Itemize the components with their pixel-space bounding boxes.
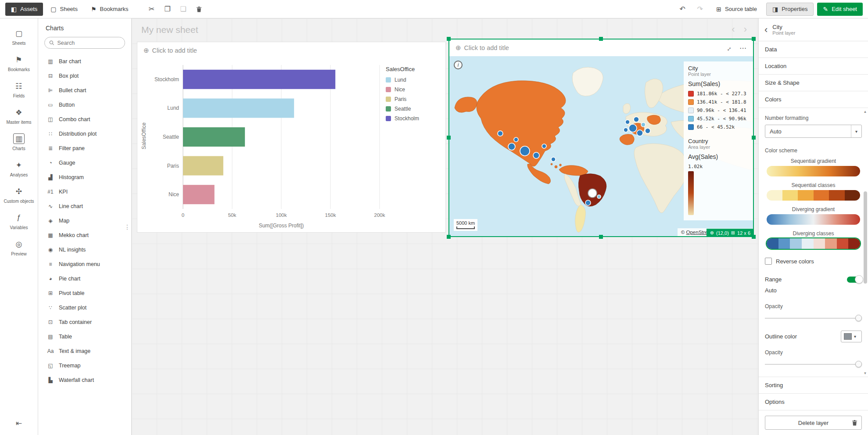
resize-handle[interactable] xyxy=(599,37,603,41)
delete-layer-button[interactable]: Delete layer xyxy=(765,416,862,430)
resize-handle[interactable] xyxy=(447,37,451,41)
fullscreen-icon[interactable]: ↔ xyxy=(723,43,733,53)
resize-handle[interactable] xyxy=(752,136,756,140)
chart-type-navigation-menu[interactable]: ≡Navigation menu xyxy=(38,257,131,271)
rail-item-charts[interactable]: ▥Charts xyxy=(2,129,36,155)
chart-type-mekko-chart[interactable]: ▦Mekko chart xyxy=(38,228,131,242)
redo-button[interactable]: ↷ xyxy=(693,3,707,16)
chart-type-bullet-chart[interactable]: ⊫Bullet chart xyxy=(38,83,131,97)
section-size-shape[interactable]: Size & Shape xyxy=(759,75,868,91)
chart-type-table[interactable]: ▤Table xyxy=(38,329,131,344)
copy-button[interactable]: ❐ xyxy=(161,3,175,16)
scheme-diverging-classes[interactable] xyxy=(767,238,860,249)
resize-handle[interactable] xyxy=(447,235,451,239)
undo-button[interactable]: ↶ xyxy=(675,3,689,16)
chart-type-gauge[interactable]: ◔Gauge xyxy=(38,155,131,170)
chart-type-box-plot[interactable]: ⊟Box plot xyxy=(38,68,131,83)
chart-type-pivot-table[interactable]: ⊞Pivot table xyxy=(38,286,131,300)
section-location[interactable]: Location xyxy=(759,58,868,75)
chart-type-button[interactable]: ▭Button xyxy=(38,97,131,112)
opacity-slider[interactable] xyxy=(765,315,862,322)
scroll-up-icon[interactable]: ▲ xyxy=(864,110,867,114)
bar-chart[interactable]: 050k100k150k200kStockholmLundSeattlePari… xyxy=(149,59,386,231)
number-formatting-dropdown[interactable]: Auto ▾ xyxy=(765,125,862,138)
delete-button[interactable] xyxy=(192,3,206,16)
panel-resize-handle[interactable]: ⋮ xyxy=(124,223,130,230)
more-options-icon[interactable]: ⋯ xyxy=(739,44,747,52)
search-box[interactable] xyxy=(44,37,125,49)
section-options[interactable]: Options xyxy=(759,394,868,410)
scrollbar-thumb[interactable] xyxy=(864,191,867,284)
resize-handle[interactable] xyxy=(447,136,451,140)
table-icon: ⊞ xyxy=(716,6,721,13)
sheet-canvas[interactable]: My new sheet ‹ › ⊕ Click to add title Sa… xyxy=(132,18,758,435)
chart-type-map[interactable]: ◈Map xyxy=(38,213,131,228)
scheme-sequential-gradient[interactable] xyxy=(767,166,860,176)
chart-title-placeholder[interactable]: Click to add title xyxy=(152,47,197,54)
collapse-panel-icon[interactable]: ⇤ xyxy=(0,419,38,428)
class-range-label: 181.86k - < 227.3 xyxy=(697,91,746,97)
outline-color-dropdown[interactable]: ▾ xyxy=(841,331,862,342)
resize-handle[interactable] xyxy=(599,235,603,239)
section-sorting[interactable]: Sorting xyxy=(759,377,868,394)
next-sheet-icon[interactable]: › xyxy=(744,24,747,35)
bar-chart-object[interactable]: ⊕ Click to add title SalesOffice 050k100… xyxy=(137,42,446,233)
number-formatting-label: Number formatting xyxy=(765,115,862,121)
scheme-diverging-gradient[interactable] xyxy=(767,214,860,225)
outline-opacity-slider[interactable] xyxy=(765,361,862,368)
rail-item-preview[interactable]: ◎Preview xyxy=(2,234,36,261)
chart-type-nl-insights[interactable]: ◉NL insights xyxy=(38,242,131,257)
rail-item-sheets[interactable]: ▢Sheets xyxy=(2,24,36,50)
map-title-placeholder[interactable]: Click to add title xyxy=(464,44,509,51)
chart-type-text-image[interactable]: AaText & image xyxy=(38,344,131,358)
chart-type-distribution-plot[interactable]: ∷Distribution plot xyxy=(38,126,131,141)
rail-item-fields[interactable]: ☷Fields xyxy=(2,76,36,103)
scroll-down-icon[interactable]: ▼ xyxy=(864,371,867,375)
tab-bookmarks[interactable]: ⚑ Bookmarks xyxy=(85,3,134,16)
range-toggle[interactable] xyxy=(847,277,862,283)
prev-sheet-icon[interactable]: ‹ xyxy=(732,24,735,35)
properties-button[interactable]: ◨ Properties xyxy=(766,3,814,16)
search-input[interactable] xyxy=(57,40,120,46)
panel-scrollbar[interactable]: ▲ ▼ xyxy=(863,110,868,375)
chart-type-filter-pane[interactable]: ≣Filter pane xyxy=(38,141,131,155)
rail-item-master-items[interactable]: ❖Master items xyxy=(2,103,36,129)
chart-type-tab-container[interactable]: ⊡Tab container xyxy=(38,315,131,329)
rail-item-label: Custom objects xyxy=(4,199,34,204)
section-data[interactable]: Data xyxy=(759,41,868,58)
reverse-colors-row[interactable]: Reverse colors xyxy=(765,258,862,265)
map-info-icon[interactable]: i xyxy=(454,61,463,69)
source-table-button[interactable]: ⊞ Source table xyxy=(710,3,763,16)
chart-type-combo-chart[interactable]: ◫Combo chart xyxy=(38,112,131,126)
map-object[interactable]: ⊕ Click to add title ↔ ⋯ xyxy=(448,39,754,237)
chart-type-scatter-plot[interactable]: ∵Scatter plot xyxy=(38,300,131,315)
scheme-sequential-classes[interactable] xyxy=(767,190,860,201)
slider-thumb[interactable] xyxy=(855,361,862,367)
chart-type-pie-chart[interactable]: ◕Pie chart xyxy=(38,271,131,286)
properties-panel: ‹ City Point layer Data Location Size & … xyxy=(758,18,868,435)
back-icon[interactable]: ‹ xyxy=(764,24,768,36)
rail-item-custom-objects[interactable]: ✣Custom objects xyxy=(2,182,36,208)
scrollbar-track[interactable] xyxy=(864,115,867,370)
chart-type-histogram[interactable]: ▟Histogram xyxy=(38,170,131,184)
scheme-class-segment xyxy=(829,190,845,201)
legend-measure: Sum(Sales) xyxy=(688,80,749,87)
tab-sheets[interactable]: ▢ Sheets xyxy=(45,3,83,16)
rail-item-analyses[interactable]: ✦Analyses xyxy=(2,155,36,182)
cut-button[interactable]: ✂ xyxy=(145,3,159,16)
chart-type-bar-chart[interactable]: ▥Bar chart xyxy=(38,54,131,68)
chart-type-kpi[interactable]: #1KPI xyxy=(38,184,131,199)
rail-item-bookmarks[interactable]: ⚑Bookmarks xyxy=(2,50,36,76)
map-body[interactable]: i City Point layer Sum(Sales) 181.86k - … xyxy=(449,56,753,236)
paste-button[interactable]: ❏ xyxy=(176,3,190,16)
tab-assets[interactable]: ◧ Assets xyxy=(5,3,43,16)
slider-thumb[interactable] xyxy=(855,315,862,321)
chart-type-line-chart[interactable]: ∿Line chart xyxy=(38,199,131,213)
edit-sheet-button[interactable]: ✎ Edit sheet xyxy=(817,3,863,16)
reverse-colors-checkbox[interactable] xyxy=(765,258,772,265)
resize-handle[interactable] xyxy=(752,37,756,41)
rail-item-variables[interactable]: ƒVariables xyxy=(2,208,36,234)
section-colors[interactable]: Colors xyxy=(759,91,868,108)
chart-type-waterfall-chart[interactable]: ▙Waterfall chart xyxy=(38,373,131,387)
chart-type-treemap[interactable]: ◱Treemap xyxy=(38,358,131,373)
